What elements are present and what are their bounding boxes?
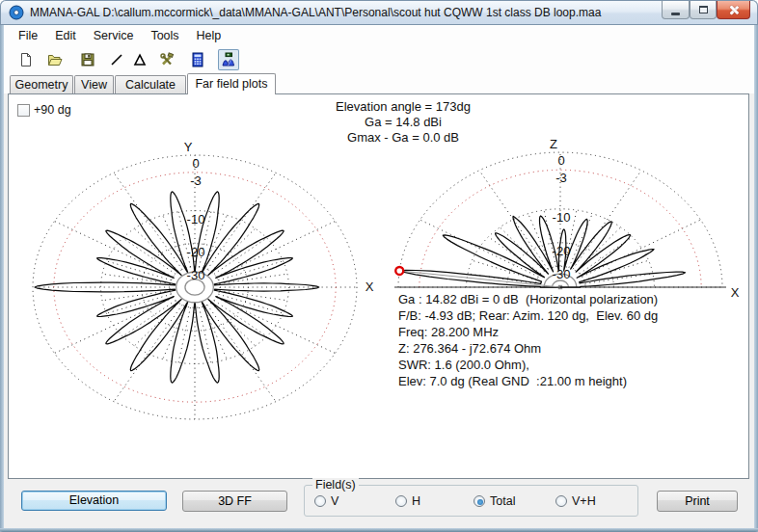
- far-field-plots: 0-3-10-20-30YX0-3-10-20-30ZX: [9, 94, 748, 478]
- radio-total[interactable]: Total: [474, 494, 515, 508]
- info-elev: Elev: 7.0 dg (Real GND :21.00 m height): [398, 373, 658, 389]
- menu-bar: File Edit Service Tools Help: [4, 25, 754, 46]
- info-gain: Ga : 14.82 dBi = 0 dB (Horizontal polari…: [398, 291, 658, 307]
- print-button[interactable]: Print: [657, 491, 738, 512]
- plus90-checkbox-label: +90 dg: [34, 103, 71, 117]
- fields-group-label: Field(s): [312, 478, 359, 492]
- result-info-block: Ga : 14.82 dBi = 0 dB (Horizontal polari…: [398, 291, 658, 389]
- radio-h-label: H: [412, 494, 420, 508]
- info-freq: Freq: 28.200 MHz: [398, 324, 658, 340]
- info-impedance: Z: 276.364 - j72.674 Ohm: [398, 340, 658, 357]
- plot-header: Elevation angle = 173dg Ga = 14.8 dBi Gm…: [244, 99, 562, 146]
- gmax-text: Gmax - Ga = 0.0 dB: [244, 130, 562, 146]
- elevation-label: -20: [553, 244, 571, 258]
- elevation-pattern: [401, 216, 686, 287]
- new-file-icon[interactable]: [15, 49, 37, 70]
- elevation-label: -30: [553, 267, 571, 281]
- tab-geometry[interactable]: Geometry: [10, 75, 73, 94]
- screen: MMANA-GAL D:\callum.mccormick\_data\MMAN…: [0, 0, 758, 532]
- elevation-label: X: [731, 285, 740, 300]
- elevation-labels: 0-3-10-20-30ZX: [550, 137, 740, 300]
- radio-total-label: Total: [490, 494, 515, 508]
- azimuth-label: X: [365, 279, 374, 294]
- menu-help[interactable]: Help: [188, 26, 230, 45]
- add-element-icon[interactable]: [129, 49, 150, 70]
- ga-text: Ga = 14.8 dBi: [244, 115, 562, 130]
- far-field-plot-icon[interactable]: [218, 49, 239, 70]
- menu-edit[interactable]: Edit: [46, 26, 85, 45]
- calculate-icon[interactable]: [187, 49, 208, 70]
- azimuth-grid: [33, 155, 357, 419]
- info-fb: F/B: -4.93 dB; Rear: Azim. 120 dg, Elev.…: [398, 307, 658, 324]
- elevation-cursor-marker: [395, 267, 403, 275]
- elevation-button[interactable]: Elevation: [21, 491, 167, 511]
- ring--3: [54, 173, 336, 402]
- azimuth-label: -10: [187, 212, 205, 226]
- footer-bar: Elevation 3D FF Field(s) V H Total V+H P…: [4, 479, 754, 528]
- close-button[interactable]: [717, 1, 750, 19]
- azimuth-label: -20: [187, 245, 205, 259]
- tab-view[interactable]: View: [74, 75, 114, 94]
- save-icon[interactable]: [77, 49, 98, 70]
- elevation-label: -10: [553, 210, 571, 225]
- tab-strip: Geometry View Calculate Far field plots: [4, 73, 754, 93]
- 3d-ff-button[interactable]: 3D FF: [182, 491, 287, 512]
- azimuth-label: -3: [190, 173, 202, 188]
- tab-far-field-plots[interactable]: Far field plots: [187, 73, 276, 94]
- radio-vh-dot: [555, 495, 567, 507]
- radio-vh-label: V+H: [572, 494, 596, 508]
- far-field-plot-panel: 0-3-10-20-30YX0-3-10-20-30ZX +90 dg Elev…: [8, 93, 749, 479]
- radio-h-dot: [395, 495, 407, 507]
- menu-service[interactable]: Service: [85, 26, 143, 45]
- tab-calculate[interactable]: Calculate: [115, 75, 186, 94]
- fields-groupbox: Field(s) V H Total V+H: [304, 485, 638, 517]
- open-file-icon[interactable]: [44, 49, 66, 70]
- mmana-gal-window: MMANA-GAL D:\callum.mccormick\_data\MMAN…: [0, 0, 758, 532]
- azimuth-label: -30: [187, 268, 205, 282]
- elevation-label: 0: [557, 153, 564, 168]
- radio-total-dot: [474, 495, 485, 507]
- radio-v-plus-h[interactable]: V+H: [555, 494, 596, 508]
- maximize-icon: [699, 6, 708, 13]
- azimuth-label: Y: [184, 140, 193, 154]
- plus90-checkbox[interactable]: [17, 104, 30, 117]
- radio-h[interactable]: H: [395, 494, 420, 508]
- info-swr: SWR: 1.6 (200.0 Ohm),: [398, 357, 658, 373]
- add-wire-icon[interactable]: [106, 49, 127, 70]
- radio-v-label: V: [331, 494, 338, 508]
- app-icon: [9, 5, 24, 20]
- radio-v-dot: [314, 495, 326, 507]
- window-frame-bottom: [0, 528, 758, 532]
- toolbar: [4, 46, 754, 73]
- maximize-button[interactable]: [690, 1, 717, 19]
- window-title: MMANA-GAL D:\callum.mccormick\_data\MMAN…: [30, 6, 601, 19]
- elevation-angle-text: Elevation angle = 173dg: [244, 99, 562, 115]
- elevation-label: -3: [555, 171, 567, 185]
- window-frame-right: [754, 25, 758, 532]
- menu-file[interactable]: File: [10, 26, 46, 45]
- radio-v[interactable]: V: [314, 494, 338, 508]
- minimize-icon: [671, 13, 680, 15]
- window-frame-left: [0, 25, 4, 532]
- minimize-button[interactable]: [662, 1, 690, 19]
- title-bar[interactable]: MMANA-GAL D:\callum.mccormick\_data\MMAN…: [0, 0, 758, 25]
- optimize-tools-icon[interactable]: [156, 49, 177, 70]
- azimuth-label: 0: [192, 156, 199, 171]
- menu-tools[interactable]: Tools: [142, 26, 187, 45]
- close-icon: [728, 5, 739, 15]
